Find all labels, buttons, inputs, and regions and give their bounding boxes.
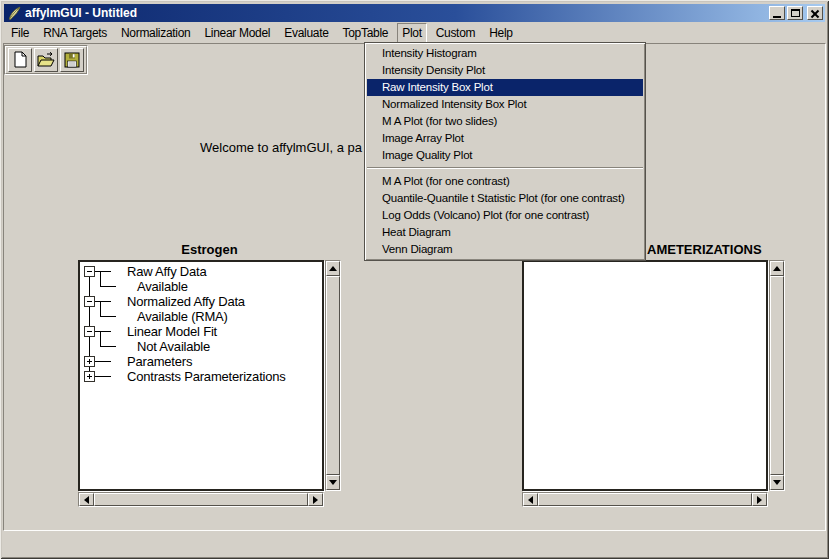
- menubar: FileRNA TargetsNormalizationLinear Model…: [4, 23, 825, 42]
- save-file-button[interactable]: [60, 48, 84, 72]
- tree-row[interactable]: Contrasts Parameterizations: [80, 369, 322, 384]
- menubar-item-help[interactable]: Help: [484, 23, 517, 43]
- menubar-item-plot[interactable]: Plot: [397, 23, 426, 43]
- tree-item-label: Normalized Affy Data: [127, 294, 245, 309]
- menubar-item-normalization[interactable]: Normalization: [116, 23, 195, 43]
- toolbar: [4, 45, 88, 75]
- menubar-item-file[interactable]: File: [6, 23, 34, 43]
- scroll-down-button[interactable]: [770, 475, 784, 490]
- scroll-right-button[interactable]: [308, 493, 323, 506]
- right-vertical-scrollbar[interactable]: [769, 260, 785, 491]
- scrollbar-thumb[interactable]: [326, 276, 340, 475]
- menu-item-raw-intensity-box-plot[interactable]: Raw Intensity Box Plot: [367, 79, 643, 96]
- minimize-button[interactable]: [769, 6, 785, 20]
- plot-menu-popup: Intensity HistogramIntensity Density Plo…: [364, 42, 646, 261]
- tree-item-label: Raw Affy Data: [127, 264, 207, 279]
- close-button[interactable]: [807, 6, 823, 20]
- menubar-item-rna-targets[interactable]: RNA Targets: [38, 23, 112, 43]
- menubar-item-toptable[interactable]: TopTable: [338, 23, 394, 43]
- left-arrow-icon: [80, 496, 89, 504]
- application-window: affylmGUI - Untitled FileRNA TargetsNorm…: [0, 0, 829, 559]
- tree-item-label: Available (RMA): [137, 309, 228, 324]
- scroll-left-button[interactable]: [523, 493, 538, 506]
- down-arrow-icon: [329, 480, 337, 489]
- left-vertical-scrollbar[interactable]: [325, 260, 341, 491]
- maximize-button[interactable]: [787, 6, 803, 20]
- up-arrow-icon: [773, 262, 781, 271]
- left-arrow-icon: [524, 496, 533, 504]
- tree-row[interactable]: Available: [80, 279, 322, 294]
- open-folder-icon: [36, 50, 56, 70]
- tree-row[interactable]: Raw Affy Data: [80, 264, 322, 279]
- menu-separator: [367, 167, 643, 169]
- collapse-minus-icon[interactable]: [84, 326, 95, 337]
- minimize-icon: [773, 16, 781, 18]
- maximize-icon: [791, 9, 800, 17]
- scrollbar-thumb[interactable]: [538, 493, 752, 506]
- collapse-minus-icon[interactable]: [84, 296, 95, 307]
- menubar-item-evaluate[interactable]: Evaluate: [279, 23, 333, 43]
- menu-item-normalized-intensity-box-plot[interactable]: Normalized Intensity Box Plot: [367, 96, 643, 113]
- tree-row[interactable]: Available (RMA): [80, 309, 322, 324]
- tree-row[interactable]: Not Available: [80, 339, 322, 354]
- collapse-minus-icon[interactable]: [84, 266, 95, 277]
- tree-branch-line: [100, 271, 101, 287]
- status-tree: Raw Affy DataAvailableNormalized Affy Da…: [80, 262, 322, 489]
- tree-connector-line: [95, 271, 111, 272]
- tree-item-label: Available: [137, 279, 188, 294]
- scrollbar-thumb[interactable]: [770, 276, 784, 475]
- tree-branch-line: [100, 301, 101, 317]
- menu-item-intensity-histogram[interactable]: Intensity Histogram: [367, 45, 643, 62]
- down-arrow-icon: [773, 480, 781, 489]
- scroll-left-button[interactable]: [79, 493, 94, 506]
- menu-item-intensity-density-plot[interactable]: Intensity Density Plot: [367, 62, 643, 79]
- status-tree-listbox[interactable]: Raw Affy DataAvailableNormalized Affy Da…: [78, 260, 324, 491]
- toolbar-group: [5, 46, 87, 74]
- tree-branch-line: [100, 316, 116, 317]
- left-panel-title: Estrogen: [78, 242, 341, 257]
- tree-connector-line: [95, 301, 111, 302]
- scroll-up-button[interactable]: [326, 261, 340, 276]
- scroll-down-button[interactable]: [326, 475, 340, 490]
- new-file-button[interactable]: [8, 48, 32, 72]
- right-panel-title: AMETERIZATIONS: [647, 242, 762, 257]
- scroll-right-button[interactable]: [752, 493, 767, 506]
- contrasts-listbox[interactable]: [522, 260, 768, 491]
- tree-item-label: Contrasts Parameterizations: [127, 369, 286, 384]
- welcome-text: Welcome to affylmGUI, a pa: [200, 140, 362, 155]
- tree-connector-line: [95, 361, 111, 362]
- expand-plus-icon[interactable]: [84, 371, 95, 382]
- tree-row[interactable]: Parameters: [80, 354, 322, 369]
- tree-item-label: Parameters: [127, 354, 192, 369]
- tree-item-label: Linear Model Fit: [127, 324, 217, 339]
- titlebar[interactable]: affylmGUI - Untitled: [4, 4, 825, 22]
- menu-item-image-quality-plot[interactable]: Image Quality Plot: [367, 147, 643, 164]
- tree-row[interactable]: Normalized Affy Data: [80, 294, 322, 309]
- tree-connector-line: [95, 376, 111, 377]
- tree-branch-line: [100, 346, 116, 347]
- save-floppy-icon: [62, 50, 82, 70]
- scroll-up-button[interactable]: [770, 261, 784, 276]
- scrollbar-thumb[interactable]: [94, 493, 308, 506]
- window-title: affylmGUI - Untitled: [25, 6, 767, 20]
- menu-item-log-odds-volcano-plot-for-one-contrast-[interactable]: Log Odds (Volcano) Plot (for one contras…: [367, 207, 643, 224]
- menu-item-m-a-plot-for-one-contrast-[interactable]: M A Plot (for one contrast): [367, 173, 643, 190]
- left-horizontal-scrollbar[interactable]: [78, 492, 324, 507]
- feather-icon[interactable]: [7, 6, 22, 21]
- tree-item-label: Not Available: [137, 339, 210, 354]
- close-icon: [810, 9, 820, 18]
- right-horizontal-scrollbar[interactable]: [522, 492, 768, 507]
- menu-item-m-a-plot-for-two-slides-[interactable]: M A Plot (for two slides): [367, 113, 643, 130]
- menu-item-heat-diagram[interactable]: Heat Diagram: [367, 224, 643, 241]
- right-arrow-icon: [313, 496, 322, 504]
- menu-item-image-array-plot[interactable]: Image Array Plot: [367, 130, 643, 147]
- menu-item-quantile-quantile-t-statistic-plot-for-one-contrast-[interactable]: Quantile-Quantile t Statistic Plot (for …: [367, 190, 643, 207]
- menubar-item-custom[interactable]: Custom: [431, 23, 481, 43]
- menu-item-venn-diagram[interactable]: Venn Diagram: [367, 241, 643, 258]
- menubar-item-linear-model[interactable]: Linear Model: [199, 23, 275, 43]
- right-arrow-icon: [757, 496, 766, 504]
- open-file-button[interactable]: [34, 48, 58, 72]
- tree-row[interactable]: Linear Model Fit: [80, 324, 322, 339]
- tree-connector-line: [95, 331, 111, 332]
- expand-plus-icon[interactable]: [84, 356, 95, 367]
